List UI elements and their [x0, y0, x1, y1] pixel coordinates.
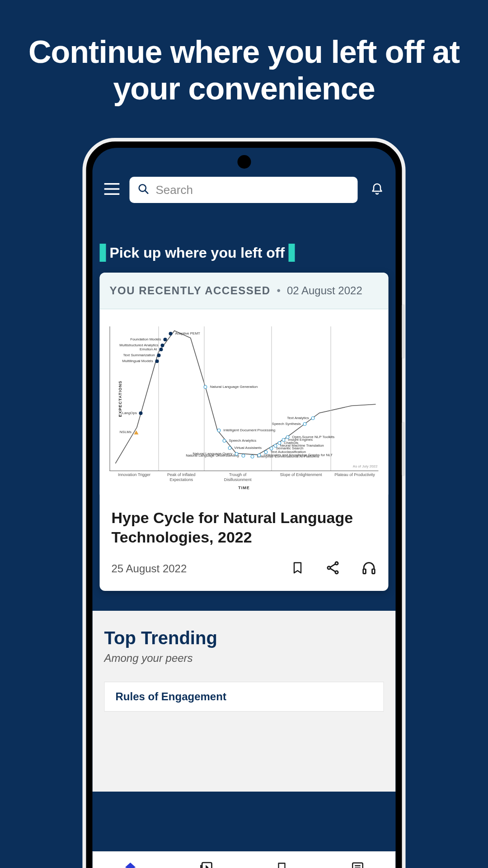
chart-point-label: Text Autoclassification [271, 450, 306, 454]
chart-point-label: LangOps [122, 411, 136, 415]
chart-point [222, 439, 226, 443]
svg-rect-5 [372, 569, 375, 574]
card-publish-date: 25 August 2022 [112, 562, 270, 575]
recent-card[interactable]: YOU RECENTLY ACCESSED • 02 August 2022 E… [100, 273, 389, 591]
nav-home[interactable]: Home [93, 852, 169, 868]
notifications-icon[interactable] [371, 182, 384, 198]
chart-point [258, 453, 261, 457]
card-title: Hype Cycle for Natural Language Technolo… [112, 508, 377, 547]
chart-point-label: NSLMs [120, 430, 131, 434]
trending-subtitle: Among your peers [104, 652, 384, 665]
chart-point-label: Text Summarization [123, 353, 155, 357]
chart-point-label: Adaptive PEMT [175, 331, 200, 335]
multimedia-icon [199, 861, 213, 868]
chart-phase-label: Innovation Trigger [112, 472, 157, 477]
search-bar[interactable] [130, 177, 358, 203]
chart-point [163, 338, 167, 341]
nav-saved[interactable]: Saved [244, 852, 320, 868]
chart-point-label: Natural Language Understanding [186, 453, 239, 458]
svg-rect-4 [363, 569, 366, 574]
home-icon [123, 861, 137, 868]
nav-multimedia[interactable]: Multimedia [168, 852, 244, 868]
search-icon [138, 183, 150, 197]
accent-bar-icon [288, 244, 295, 262]
camera-cutout [237, 155, 251, 169]
activity-icon [351, 861, 365, 868]
saved-icon [276, 861, 288, 868]
chart-point-label: Foundation Models [130, 337, 161, 341]
svg-point-1 [335, 562, 338, 565]
chart-point-label: Text Analytics [287, 416, 309, 420]
phone-frame: Pick up where you left off YOU RECENTLY … [83, 138, 406, 868]
chart-phase-label: Trough of Disillusionment [215, 472, 260, 482]
chart-point [228, 446, 231, 450]
headphones-icon[interactable] [361, 560, 377, 577]
chart-point [282, 438, 285, 442]
nav-activity[interactable]: Activity [320, 852, 396, 868]
chart-point-label: Open-Source NLP Toolkits [292, 435, 334, 439]
chart-phase-label: Slope of Enlightenment [278, 472, 324, 477]
trending-section: Top Trending Among your peers Rules of E… [93, 611, 396, 792]
chart-point [241, 454, 245, 458]
hype-cycle-chart: EXPECTATIONS As of July 2022 Innovation … [100, 309, 389, 495]
recent-badge: YOU RECENTLY ACCESSED [110, 284, 271, 297]
recent-accessed-date: 02 August 2022 [287, 284, 362, 297]
chart-point-label: Virtual Assistants [234, 446, 262, 450]
menu-icon[interactable] [104, 183, 120, 197]
chart-point [286, 435, 289, 439]
phone-screen: Pick up where you left off YOU RECENTLY … [93, 148, 396, 868]
chart-point-label: Speech Analytics [229, 439, 256, 443]
section-heading-text: Pick up where you left off [110, 245, 285, 261]
chart-footnote: As of July 2022 [353, 464, 378, 468]
trending-card[interactable]: Rules of Engagement [104, 682, 384, 712]
accent-bar-icon [100, 244, 106, 262]
chart-point [169, 332, 172, 335]
share-icon[interactable] [325, 560, 341, 577]
bookmark-icon[interactable] [291, 560, 305, 577]
chart-point-label: Multistructured Analytics [119, 343, 158, 347]
card-footer: 25 August 2022 [100, 560, 389, 591]
promo-headline: Continue where you left off at your conv… [0, 0, 488, 107]
recent-card-header: YOU RECENTLY ACCESSED • 02 August 2022 [100, 273, 389, 309]
chart-point [277, 441, 281, 445]
separator-dot-icon: • [277, 284, 281, 297]
chart-phase-label: Plateau of Productivity [332, 472, 377, 477]
chart-point-label: Emotion AI [140, 347, 157, 351]
chart-point [235, 452, 238, 456]
chart-point-label: Natural Language Generation [210, 385, 258, 389]
chart-point [273, 444, 277, 448]
svg-point-3 [335, 571, 338, 574]
recent-section: Pick up where you left off YOU RECENTLY … [93, 244, 396, 591]
svg-point-2 [328, 566, 330, 569]
phone-side-button [402, 304, 405, 359]
chart-point-label: Speech Synthesis [272, 422, 301, 426]
section-heading: Pick up where you left off [100, 244, 389, 273]
chart-phase-label: Peak of Inflated Expectations [159, 472, 204, 482]
trending-item-title: Rules of Engagement [116, 690, 373, 703]
search-input[interactable] [156, 183, 350, 197]
bottom-nav: Home Multimedia Saved Activity [93, 851, 396, 868]
phone-side-button [402, 422, 405, 476]
chart-point [161, 344, 164, 347]
chart-point [155, 359, 159, 363]
trending-title: Top Trending [104, 628, 384, 648]
chart-point-label: Multilingual Models [122, 359, 153, 363]
chart-point-label: Intelligent Document Processing [223, 428, 275, 432]
chart-x-axis-label: TIME [110, 486, 379, 490]
chart-point [134, 430, 138, 434]
card-body: Hype Cycle for Natural Language Technolo… [100, 495, 389, 560]
